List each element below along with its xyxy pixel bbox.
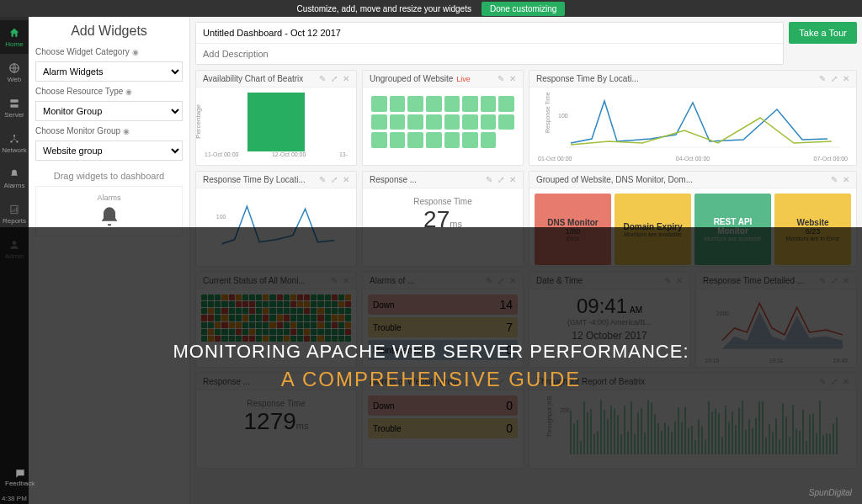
help-icon[interactable]: ◉	[125, 88, 132, 96]
edit-icon[interactable]: ✎	[819, 74, 826, 83]
globe-icon	[8, 62, 20, 74]
alarm-row[interactable]: Trouble0	[368, 418, 518, 438]
close-icon[interactable]: ✕	[676, 276, 683, 285]
close-icon[interactable]: ✕	[343, 276, 349, 285]
expand-icon[interactable]: ⤢	[331, 175, 338, 184]
feedback-button[interactable]: Feedback	[5, 468, 35, 487]
response-time-value: 27	[423, 206, 450, 232]
svg-text:100: 100	[558, 113, 568, 119]
expand-icon[interactable]: ⤢	[498, 175, 504, 184]
left-nav-sidebar: Home Web Server Network Alarms Reports A…	[0, 17, 29, 504]
alarm-row[interactable]: Trouble7	[368, 317, 518, 337]
widget-alarms-2[interactable]: Alarms of Website group ...✎⤢✕ Down0 Tro…	[362, 373, 524, 469]
nav-reports[interactable]: Reports	[0, 197, 29, 231]
widget-response-big[interactable]: Response ...✎⤢✕ Response Time 27ms	[362, 171, 524, 267]
monitor-tile[interactable]: REST API MonitorMonitors are available	[694, 194, 771, 265]
bell-icon	[8, 168, 20, 180]
status-grid	[368, 93, 518, 151]
expand-icon[interactable]: ⤢	[331, 74, 338, 83]
nav-network[interactable]: Network	[0, 126, 29, 160]
svg-text:Throughput (KB/Sec): Throughput (KB/Sec)	[546, 395, 553, 438]
server-icon	[8, 98, 20, 109]
widget-alarms-1[interactable]: Alarms of ...✎⤢✕ Down14 Trouble7 Mainten…	[362, 272, 524, 368]
dashboard-description-input[interactable]	[196, 44, 783, 64]
close-icon[interactable]: ✕	[509, 175, 516, 184]
alarm-row[interactable]: Down14	[368, 294, 518, 315]
resource-type-select[interactable]: Monitor Group	[35, 101, 183, 121]
customize-hint: Customize, add, move and resize your wid…	[297, 4, 471, 13]
widget-response-big-2[interactable]: Response ...✎⤢✕ Response Time 1279ms	[195, 373, 357, 469]
close-icon[interactable]: ✕	[509, 276, 516, 285]
monitor-tile[interactable]: Domain ExpiryMonitors are available	[615, 194, 691, 265]
nav-home[interactable]: Home	[0, 20, 29, 54]
help-icon[interactable]: ◉	[132, 48, 139, 56]
close-icon[interactable]: ✕	[843, 276, 849, 285]
expand-icon[interactable]: ⤢	[498, 377, 504, 386]
close-icon[interactable]: ✕	[343, 377, 349, 386]
draggable-alarm-widget[interactable]: Alarms	[35, 186, 183, 236]
line-chart: Response Time (ms) 100	[535, 93, 851, 156]
edit-icon[interactable]: ✎	[831, 175, 838, 184]
alarm-row[interactable]: Down0	[368, 395, 518, 416]
help-icon[interactable]: ◉	[123, 127, 130, 135]
chat-icon	[14, 468, 26, 480]
line-chart: 100	[201, 194, 351, 257]
edit-icon[interactable]: ✎	[486, 377, 492, 386]
close-icon[interactable]: ✕	[843, 74, 849, 83]
nav-admin[interactable]: Admin	[0, 232, 29, 266]
close-icon[interactable]: ✕	[509, 74, 516, 83]
close-icon[interactable]: ✕	[343, 74, 349, 83]
edit-icon[interactable]: ✎	[819, 276, 826, 285]
close-icon[interactable]: ✕	[843, 377, 849, 386]
dashboard-content: Take a Tour Availability Chart of Beatri…	[190, 17, 862, 504]
close-icon[interactable]: ✕	[509, 377, 516, 386]
monitor-group-select[interactable]: Website group	[35, 141, 183, 161]
expand-icon[interactable]: ⤢	[831, 276, 838, 285]
edit-icon[interactable]: ✎	[498, 74, 504, 83]
throughput-chart: Throughput (KB/Sec) 200	[535, 395, 851, 461]
response-time-value: 1279	[244, 408, 296, 434]
widget-availability[interactable]: Availability Chart of Beatrix✎⤢✕ Percent…	[195, 70, 357, 166]
done-customizing-button[interactable]: Done customizing	[482, 2, 565, 16]
svg-point-3	[13, 135, 15, 136]
dashboard-title-input[interactable]	[196, 23, 783, 44]
expand-icon[interactable]: ⤢	[831, 74, 838, 83]
home-icon	[8, 27, 20, 39]
edit-icon[interactable]: ✎	[819, 377, 826, 386]
nav-server[interactable]: Server	[0, 91, 29, 125]
widget-grouped-monitors[interactable]: Grouped of Website, DNS Monitor, Dom...✎…	[529, 171, 857, 267]
close-icon[interactable]: ✕	[343, 175, 349, 184]
edit-icon[interactable]: ✎	[319, 74, 326, 83]
page-timestamp: 4:38 PM	[2, 495, 27, 502]
widget-ungrouped[interactable]: Ungrouped of WebsiteLive✎✕	[362, 70, 524, 166]
widget-response-detailed[interactable]: Response Time Detailed ...✎⤢✕ 2000 19:19…	[695, 272, 857, 368]
take-tour-button[interactable]: Take a Tour	[789, 22, 857, 44]
svg-text:2000: 2000	[716, 310, 730, 316]
monitor-tile[interactable]: DNS Monitor1/80Error	[535, 194, 611, 265]
availability-bar	[247, 93, 305, 151]
svg-rect-2	[10, 104, 18, 108]
expand-icon[interactable]: ⤢	[498, 276, 504, 285]
widget-datetime[interactable]: Date & Time✎✕ 09:41 AM (GMT -4:00) Ameri…	[529, 272, 690, 368]
expand-icon[interactable]: ⤢	[831, 377, 838, 386]
edit-icon[interactable]: ✎	[664, 276, 671, 285]
edit-icon[interactable]: ✎	[486, 276, 492, 285]
svg-rect-1	[10, 99, 18, 103]
nav-web[interactable]: Web	[0, 56, 29, 89]
alarm-row[interactable]: Maintenance0	[368, 340, 518, 360]
edit-icon[interactable]: ✎	[319, 175, 326, 184]
edit-icon[interactable]: ✎	[319, 377, 326, 386]
close-icon[interactable]: ✕	[843, 175, 849, 184]
nav-alarms[interactable]: Alarms	[0, 162, 29, 195]
widget-throughput[interactable]: Throughput Report of Beatrix✎⤢✕ Throughp…	[529, 373, 857, 469]
widget-category-select[interactable]: Alarm Widgets	[35, 61, 183, 82]
widget-response-time-location-1[interactable]: Response Time By Locati...✎⤢✕ Response T…	[529, 70, 857, 166]
svg-point-6	[13, 241, 17, 245]
network-icon	[8, 133, 20, 145]
expand-icon[interactable]: ⤢	[331, 377, 338, 386]
widget-response-time-location-2[interactable]: Response Time By Locati...✎⤢✕ 100	[195, 171, 357, 267]
edit-icon[interactable]: ✎	[331, 276, 338, 285]
edit-icon[interactable]: ✎	[486, 175, 492, 184]
widget-current-status[interactable]: Current Status of All Moni...✎✕	[195, 272, 357, 368]
monitor-tile[interactable]: Website6/23Monitors are in Error	[774, 194, 851, 265]
